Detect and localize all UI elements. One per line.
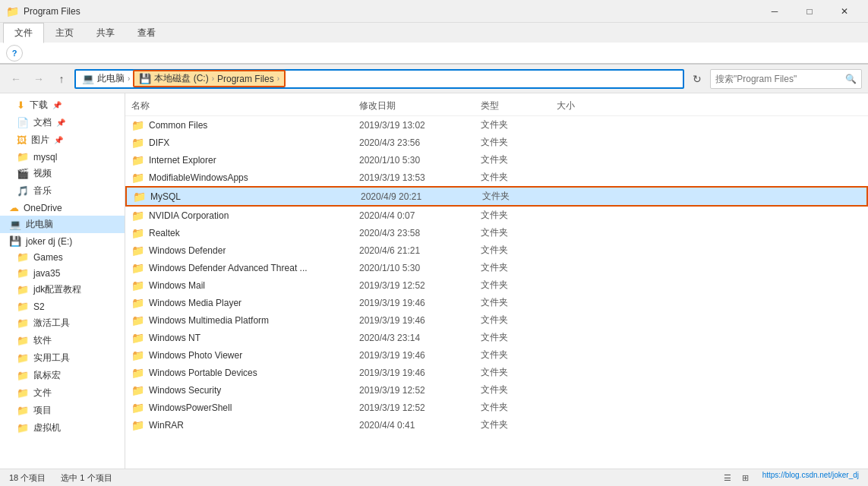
table-row[interactable]: 📁 ModifiableWindowsApps 2019/3/19 13:53 … [125,169,868,186]
file-type: 文件夹 [481,171,557,184]
file-name: Windows Portable Devices [149,368,257,378]
table-row[interactable]: 📁 MySQL 2020/4/9 20:21 文件夹 [125,186,868,207]
table-row[interactable]: 📁 Realtek 2020/4/3 23:58 文件夹 [125,224,868,241]
table-row[interactable]: 📁 NVIDIA Corporation 2020/4/4 0:07 文件夹 [125,207,868,224]
sidebar-item-tools[interactable]: 📁 实用工具 [0,349,125,367]
file-date: 2020/4/4 0:07 [359,210,481,221]
file-type: 文件夹 [482,190,558,203]
file-date: 2019/3/19 19:46 [359,350,481,361]
sidebar-item-docs[interactable]: 📄 文档 📌 [0,114,125,131]
sidebar-item-pics[interactable]: 🖼 图片 📌 [0,131,125,149]
breadcrumb-pc[interactable]: 此电脑 [97,72,125,85]
sidebar-item-mouse[interactable]: 📁 鼠标宏 [0,367,125,384]
file-area: 名称 修改日期 类型 大小 📁 Common Files 2019/3/19 1… [125,93,868,469]
table-row[interactable]: 📁 WindowsPowerShell 2019/3/19 12:52 文件夹 [125,399,868,416]
header-size[interactable]: 大小 [557,99,617,112]
window-icon: 📁 [6,5,19,17]
ribbon-tabs: 文件 主页 共享 查看 [0,23,868,43]
table-row[interactable]: 📁 WinRAR 2020/4/4 0:41 文件夹 [125,416,868,434]
search-box[interactable]: 🔍 [710,69,862,89]
file-date: 2019/3/19 13:02 [359,120,481,131]
status-right: ☰ ⊞ https://blog.csdn.net/joker_dj [720,471,859,486]
file-type: 文件夹 [481,331,557,344]
sidebar-item-onedrive[interactable]: ☁ OneDrive [0,200,125,216]
table-row[interactable]: 📁 Windows Defender 2020/4/6 21:21 文件夹 [125,241,868,259]
onedrive-icon: ☁ [9,202,19,213]
forward-button[interactable]: → [29,69,49,89]
sidebar-item-projects[interactable]: 📁 项目 [0,402,125,419]
sidebar-item-video[interactable]: 🎬 视频 [0,165,125,182]
view-grid-button[interactable]: ⊞ [738,471,753,486]
breadcrumb-highlight[interactable]: 💾 本地磁盘 (C:) › Program Files › [133,70,286,87]
file-list-header[interactable]: 名称 修改日期 类型 大小 [125,96,868,116]
sidebar-item-label: java35 [33,268,60,279]
table-row[interactable]: 📁 Windows Defender Advanced Threat ... 2… [125,259,868,276]
up-button[interactable]: ↑ [52,69,71,89]
breadcrumb[interactable]: 💻 此电脑 › 💾 本地磁盘 (C:) › Program Files › [74,69,684,89]
close-button[interactable]: ✕ [827,0,862,23]
sidebar-item-label: 激活工具 [33,317,70,330]
sidebar-item-files[interactable]: 📁 文件 [0,384,125,402]
tab-file[interactable]: 文件 [3,23,44,43]
header-type[interactable]: 类型 [481,99,557,112]
sidebar-item-label: 音乐 [33,185,52,197]
file-date: 2019/3/19 19:46 [359,315,481,326]
view-list-button[interactable]: ☰ [720,471,735,486]
file-name: WinRAR [149,420,184,431]
folder-icon: 📁 [17,267,29,279]
tab-home[interactable]: 主页 [44,23,85,43]
folder-icon: 📁 [131,279,144,292]
folder-icon: 📁 [131,154,144,166]
file-type: 文件夹 [481,279,557,292]
sidebar-item-label: jdk配置教程 [33,283,81,296]
table-row[interactable]: 📁 DIFX 2020/4/3 23:56 文件夹 [125,134,868,151]
minimize-button[interactable]: ─ [757,0,792,23]
folder-icon: 📁 [17,387,29,399]
help-button[interactable]: ? [6,45,23,62]
back-button[interactable]: ← [6,69,26,89]
breadcrumb-drive[interactable]: 本地磁盘 (C:) [154,72,208,85]
sidebar-item-label: 此电脑 [26,218,53,231]
sidebar-item-s2[interactable]: 📁 S2 [0,298,125,314]
table-row[interactable]: 📁 Windows Security 2019/3/19 12:52 文件夹 [125,381,868,399]
folder-icon: 📁 [131,262,144,274]
table-row[interactable]: 📁 Windows Media Player 2019/3/19 19:46 文… [125,294,868,311]
sidebar-item-this-pc[interactable]: 💻 此电脑 [0,216,125,233]
sidebar-item-software[interactable]: 📁 软件 [0,332,125,349]
table-row[interactable]: 📁 Windows Mail 2019/3/19 12:52 文件夹 [125,276,868,294]
file-name: Windows Defender Advanced Threat ... [149,263,308,273]
table-row[interactable]: 📁 Windows Portable Devices 2019/3/19 19:… [125,364,868,381]
tab-share[interactable]: 共享 [85,23,126,43]
file-name: Windows NT [149,333,200,343]
sidebar-item-music[interactable]: 🎵 音乐 [0,182,125,200]
window-controls: ─ □ ✕ [757,0,862,23]
file-type: 文件夹 [481,349,557,361]
sidebar-item-label: mysql [33,152,57,163]
sidebar-item-mysql[interactable]: 📁 mysql [0,149,125,165]
sidebar-item-jh[interactable]: 📁 激活工具 [0,314,125,332]
sidebar-item-games[interactable]: 📁 Games [0,249,125,265]
header-date[interactable]: 修改日期 [359,99,481,112]
breadcrumb-folder[interactable]: Program Files [217,74,274,84]
table-row[interactable]: 📁 Internet Explorer 2020/1/10 5:30 文件夹 [125,151,868,169]
search-input[interactable] [715,74,842,84]
table-row[interactable]: 📁 Windows Photo Viewer 2019/3/19 19:46 文… [125,346,868,364]
header-name[interactable]: 名称 [131,99,359,112]
sidebar-item-label: Games [33,252,63,263]
table-row[interactable]: 📁 Common Files 2019/3/19 13:02 文件夹 [125,116,868,134]
maximize-button[interactable]: □ [792,0,827,23]
tab-view[interactable]: 查看 [126,23,167,43]
file-date: 2019/3/19 12:52 [359,280,481,291]
table-row[interactable]: 📁 Windows NT 2020/4/3 23:14 文件夹 [125,329,868,346]
refresh-button[interactable]: ↻ [687,69,707,89]
table-row[interactable]: 📁 Windows Multimedia Platform 2019/3/19 … [125,311,868,329]
main-layout: ⬇ 下载 📌 📄 文档 📌 🖼 图片 📌 📁 mysql 🎬 视频 🎵 音乐 [0,93,868,469]
folder-icon: 📁 [17,284,29,295]
sidebar-item-java35[interactable]: 📁 java35 [0,265,125,281]
sidebar-item-download[interactable]: ⬇ 下载 📌 [0,96,125,114]
file-name: Windows Multimedia Platform [149,315,269,326]
sidebar-item-vm[interactable]: 📁 虚拟机 [0,419,125,437]
sidebar-item-drive-e[interactable]: 💾 joker dj (E:) [0,233,125,249]
folder-icon: 📁 [17,422,29,434]
sidebar-item-jdk[interactable]: 📁 jdk配置教程 [0,281,125,298]
